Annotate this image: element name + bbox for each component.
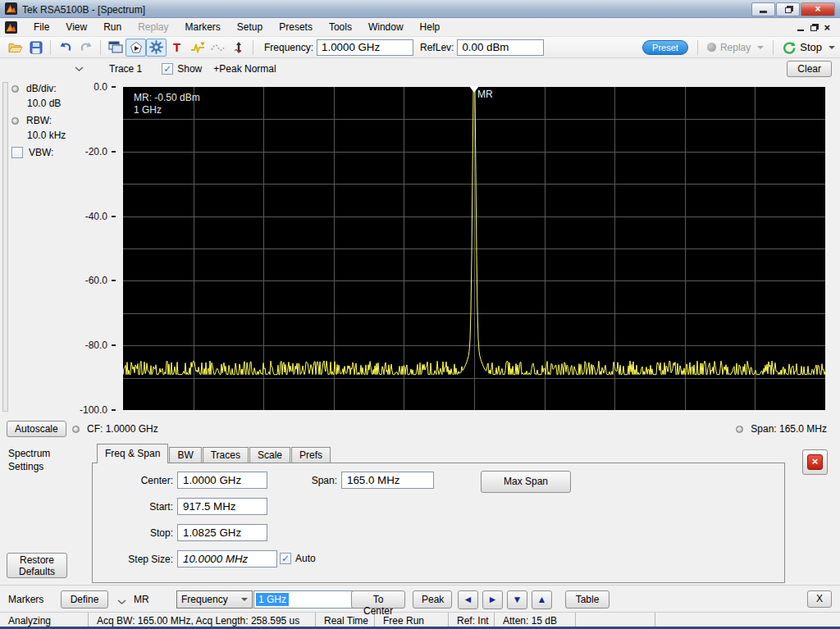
auto-label: Auto [295,553,316,564]
y-tick-label: -60.0 [85,275,116,286]
display-properties-icon[interactable] [126,39,146,57]
trace-name-label[interactable]: Trace 1 [109,63,142,75]
replay-label: Replay [720,42,751,53]
run-stop-button[interactable]: Stop [783,41,835,54]
show-trace-checkbox[interactable] [162,63,173,75]
app-window: Tek RSA5100B - [Spectrum] File View Run … [0,0,840,629]
replay-button[interactable]: Replay [707,42,764,53]
mdi-minimize-icon[interactable] [797,30,804,31]
tab-scale[interactable]: Scale [249,447,290,463]
titlebar[interactable]: Tek RSA5100B - [Spectrum] [0,0,840,18]
amplitude-scale-icon[interactable] [228,39,249,57]
start-input[interactable] [177,498,267,515]
tab-prefs[interactable]: Prefs [291,447,331,463]
peak-higher-button[interactable] [532,590,552,609]
displays-icon[interactable] [105,39,126,57]
preset-button[interactable]: Preset [642,40,688,55]
restore-button[interactable] [776,2,800,16]
menu-markers[interactable]: Markers [177,19,229,35]
settings-close-button[interactable] [802,449,828,475]
restore-defaults-button[interactable]: Restore Defaults [7,553,67,578]
freq-span-tab-content: Center: Span: Max Span Start: Stop: Step… [92,463,785,583]
start-label: Start: [95,501,173,513]
menu-presets[interactable]: Presets [271,19,321,35]
detector-label: +Peak Normal [213,63,276,75]
menu-help[interactable]: Help [412,19,449,35]
mdi-restore-icon[interactable] [810,25,817,31]
peak-left-button[interactable] [458,590,478,609]
y-axis: 0.0 -20.0 -40.0 -60.0 -80.0 -100.0 [0,80,122,418]
y-tick-label: -20.0 [85,146,116,157]
spectrum-window-icon[interactable] [5,21,17,34]
reflev-input[interactable] [457,39,544,56]
span-readout[interactable]: Span: 165.0 MHz [751,423,827,435]
status-acq-bw-length: Acq BW: 165.00 MHz, Acq Length: 258.595 … [89,613,316,627]
markers-close-button[interactable]: X [807,590,832,608]
combo-dropdown-icon [241,598,248,601]
save-icon[interactable] [25,39,46,57]
undo-icon[interactable] [55,39,75,57]
spectrum-plot[interactable]: MR: -0.50 dBm 1 GHz MR [123,87,825,410]
close-button[interactable] [801,2,835,16]
menu-tools[interactable]: Tools [321,19,360,35]
center-label: Center: [95,475,173,486]
redo-icon[interactable] [75,39,96,57]
frequency-input[interactable] [317,39,413,56]
menu-window[interactable]: Window [360,19,412,35]
peak-lower-button[interactable] [507,590,527,609]
menu-file[interactable]: File [25,19,57,35]
text-annotation-icon[interactable]: T [167,39,187,57]
status-bar: Analyzing Acq BW: 165.00 MHz, Acq Length… [0,612,840,629]
menu-view[interactable]: View [57,19,95,35]
window-title: Tek RSA5100B - [Spectrum] [22,4,751,16]
to-center-button[interactable]: To Center [351,590,405,608]
marker-value-input[interactable]: 1 GHz [253,590,357,608]
reference-trace-icon[interactable] [208,39,228,57]
menubar: File View Run Replay Markers Setup Prese… [0,18,840,37]
span-input[interactable] [341,472,434,489]
peak-button[interactable]: Peak [413,590,452,608]
marker-readout-amplitude: MR: -0.50 dBm [134,92,200,104]
peak-right-button[interactable] [482,590,503,609]
autoscale-button[interactable]: Autoscale [7,421,66,437]
stop-input[interactable] [177,524,267,541]
step-auto-checkbox[interactable] [280,553,291,564]
selected-marker-name[interactable]: MR [134,594,149,612]
replay-dropdown-icon[interactable] [757,46,764,49]
menu-run[interactable]: Run [95,19,130,35]
max-span-button[interactable]: Max Span [481,471,571,493]
stop-dropdown-icon[interactable] [829,46,835,49]
stop-label: Stop: [95,527,173,539]
open-file-icon[interactable] [5,39,25,57]
close-x-icon [807,454,823,470]
tab-bw[interactable]: BW [169,447,201,463]
spectrum-trace-svg [123,87,825,410]
trace-expander-chevron-icon[interactable] [74,66,84,72]
minimize-button[interactable] [751,2,775,16]
show-label: Show [177,63,202,75]
menu-setup[interactable]: Setup [229,19,271,35]
status-empty-cell [576,613,655,627]
y-tick-label: -80.0 [85,340,116,351]
span-knob-icon [736,426,743,433]
tab-traces[interactable]: Traces [203,447,249,463]
marker-table-button[interactable]: Table [565,590,609,608]
settings-panel-title: Spectrum Settings [8,447,74,473]
step-size-label: Step Size: [95,554,173,565]
mdi-close-icon[interactable] [824,21,830,34]
tab-freq-span[interactable]: Freq & Span [97,444,168,463]
menu-replay[interactable]: Replay [130,19,176,35]
define-markers-button[interactable]: Define [61,590,108,608]
trace-math-icon[interactable] [187,39,208,57]
settings-gear-icon[interactable] [146,39,167,57]
marker-readout-type-dropdown[interactable]: Frequency [176,590,253,608]
step-size-input[interactable] [177,550,277,567]
toolbar: T Frequency: RefLev: Preset Replay St [0,37,840,58]
run-stop-icon [783,41,796,54]
marker-select-chevron-icon[interactable] [116,596,127,614]
center-input[interactable] [177,472,267,489]
tek-logo-icon [5,2,17,17]
clear-button[interactable]: Clear [787,61,832,77]
center-frequency-readout[interactable]: CF: 1.0000 GHz [87,423,158,435]
settings-tabs: Freq & Span BW Traces Scale Prefs [97,444,331,463]
